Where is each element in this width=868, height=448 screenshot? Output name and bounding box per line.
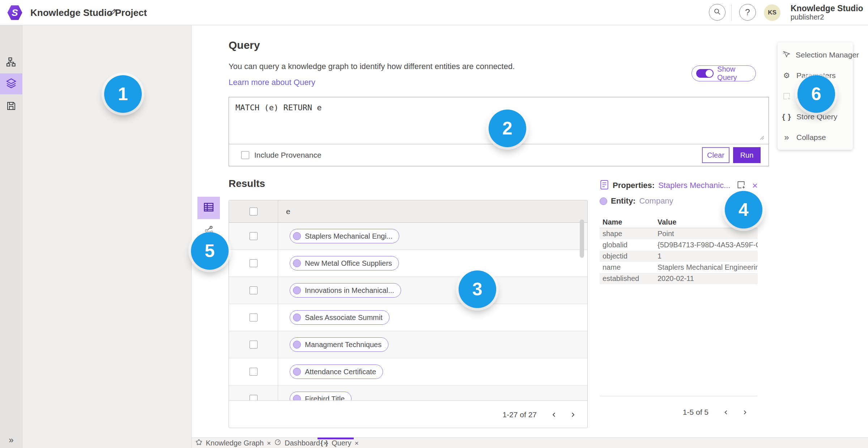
rail-save-button[interactable] [0, 96, 22, 117]
include-provenance-checkbox[interactable] [241, 151, 249, 159]
table-row[interactable]: Firebird Title [229, 385, 587, 400]
table-icon [203, 201, 214, 214]
resize-handle-icon[interactable] [759, 135, 765, 142]
entity-dot-icon [293, 395, 301, 400]
property-name: established [600, 274, 658, 283]
property-value: {5D9B4713-F98D-4A53-A59F-C11... [658, 241, 758, 249]
entity-chip[interactable]: Innovations in Mechanical... [290, 283, 401, 298]
menu-item-collapse[interactable]: » Collapse [778, 127, 853, 148]
expand-rail-icon[interactable]: » [0, 435, 22, 445]
row-checkbox[interactable] [250, 232, 258, 240]
property-row: shape Point [600, 228, 758, 239]
add-to-icon [782, 92, 791, 101]
edit-title-icon[interactable] [108, 7, 118, 17]
menu-item-label: Store Query [796, 112, 837, 121]
page-title: Query [229, 39, 260, 51]
row-checkbox[interactable] [250, 259, 258, 267]
entity-dot-icon [293, 368, 301, 376]
braces-icon: { } [320, 439, 328, 447]
bottom-tab-bar: Knowledge Graph × Dashboard × { } Query … [192, 438, 868, 448]
row-checkbox[interactable] [250, 313, 258, 321]
properties-form-icon [600, 179, 609, 192]
collapse-icon: » [782, 132, 791, 142]
tab-query[interactable]: { } Query × [320, 438, 359, 448]
search-button[interactable] [709, 4, 726, 21]
gear-icon: ⚙ [782, 71, 791, 80]
entity-chip-label: Firebird Title [305, 395, 345, 401]
results-scrollbar[interactable] [580, 219, 584, 258]
entity-chip[interactable]: Attendance Certificate [290, 364, 383, 379]
toggle-track[interactable] [696, 69, 714, 78]
app-logo-icon[interactable]: S [7, 5, 22, 20]
property-value: Point [658, 230, 758, 238]
properties-close-icon[interactable]: × [752, 181, 758, 190]
property-name: name [600, 263, 658, 272]
show-query-toggle[interactable]: Show Query [692, 65, 756, 81]
properties-pagination: 1-5 of 5 [600, 396, 758, 428]
row-checkbox[interactable] [250, 395, 258, 400]
entity-chip[interactable]: Sales Associate Summit [290, 310, 390, 325]
properties-header: Properties: Staplers Mechanic... × [600, 179, 758, 192]
property-value: Staplers Mechanical Engineering [658, 263, 758, 272]
table-row[interactable]: Managment Techniques [229, 331, 587, 358]
annotation-circle-3: 3 [459, 270, 496, 308]
select-all-checkbox[interactable] [250, 208, 258, 216]
results-pagination: 1-27 of 27 [229, 400, 587, 428]
left-rail: » [0, 25, 22, 448]
entity-chip[interactable]: Firebird Title [290, 392, 352, 400]
table-row[interactable]: Attendance Certificate [229, 358, 587, 385]
property-row: established 2020-02-11 [600, 273, 758, 284]
row-checkbox[interactable] [250, 341, 258, 349]
menu-item-selection-manager[interactable]: Selection Manager [778, 44, 853, 65]
properties-prev-page-button[interactable] [719, 405, 733, 419]
rail-hierarchy-button[interactable] [0, 52, 22, 73]
avatar-initials: KS [768, 9, 776, 16]
results-table-body[interactable]: Staplers Mechanical Engi... New Metal Of… [229, 223, 587, 400]
entity-dot-icon [293, 286, 301, 294]
tab-label: Query [332, 439, 351, 447]
entity-chip[interactable]: Staplers Mechanical Engi... [290, 229, 399, 243]
tab-label: Dashboard [285, 439, 320, 447]
learn-more-link[interactable]: Learn more about Query [229, 78, 315, 87]
clear-button[interactable]: Clear [702, 147, 729, 163]
results-next-page-button[interactable] [566, 408, 580, 422]
entity-chip[interactable]: New Metal Office Suppliers [290, 256, 399, 270]
results-prev-page-button[interactable] [547, 408, 561, 422]
entity-chip-label: Innovations in Mechanical... [305, 286, 394, 295]
row-checkbox[interactable] [250, 368, 258, 376]
properties-label: Properties: [613, 181, 655, 190]
avatar[interactable]: KS [764, 4, 780, 21]
entity-type: Company [639, 196, 673, 206]
user-block[interactable]: Knowledge Studio publisher2 [791, 4, 863, 21]
table-row[interactable]: Innovations in Mechanical... [229, 277, 587, 304]
hierarchy-icon [5, 56, 17, 69]
row-checkbox[interactable] [250, 286, 258, 294]
table-view-button[interactable] [197, 197, 220, 219]
results-page-range: 1-27 of 27 [502, 410, 537, 419]
rail-layers-button[interactable] [0, 73, 22, 94]
column-header-name: Name [600, 218, 658, 226]
table-row[interactable]: New Metal Office Suppliers [229, 250, 587, 277]
annotation-circle-6: 6 [797, 75, 835, 113]
table-row[interactable]: Sales Associate Summit [229, 304, 587, 331]
tab-dashboard[interactable]: Dashboard × [274, 438, 327, 448]
entity-chip[interactable]: Managment Techniques [290, 337, 388, 352]
add-to-selection-icon[interactable] [736, 180, 746, 191]
tab-knowledge-graph[interactable]: Knowledge Graph × [195, 438, 271, 448]
close-tab-icon[interactable]: × [267, 439, 271, 447]
help-icon: ? [745, 7, 750, 17]
properties-next-page-button[interactable] [737, 405, 752, 419]
entity-dot-icon [293, 341, 301, 349]
property-row: objectid 1 [600, 251, 758, 262]
close-tab-icon[interactable]: × [354, 439, 358, 447]
annotation-circle-5: 5 [191, 232, 229, 270]
table-row[interactable]: Staplers Mechanical Engi... [229, 223, 587, 250]
project-title: Knowledge Studio Project [30, 7, 147, 18]
results-table-card: e Staplers Mechanical Engi... New Metal … [229, 200, 588, 428]
property-row: globalid {5D9B4713-F98D-4A53-A59F-C11... [600, 239, 758, 251]
run-button[interactable]: Run [733, 147, 761, 163]
property-row: name Staplers Mechanical Engineering [600, 262, 758, 273]
help-button[interactable]: ? [739, 4, 756, 21]
properties-entity-link[interactable]: Staplers Mechanic... [658, 181, 730, 190]
entity-chip-label: New Metal Office Suppliers [305, 259, 392, 268]
